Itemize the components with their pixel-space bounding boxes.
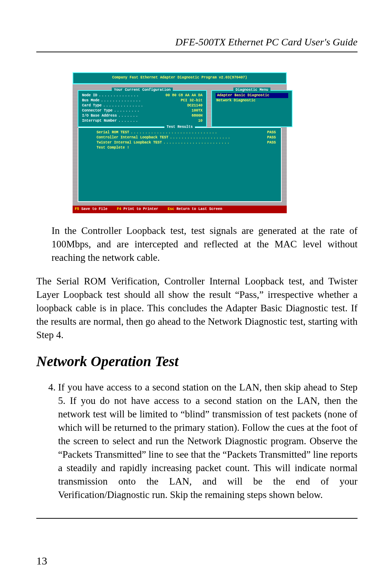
cfg-label: Card Type [82,103,102,108]
hotkey-save[interactable]: F5 Save to File [75,207,107,212]
test-name: Controller Internal Loopback TEST [97,135,168,140]
cfg-label: Interrupt Number [82,118,117,124]
config-box-title: Your Current Configuration [112,88,173,93]
body-paragraph-1: In the Controller Loopback test, test si… [52,224,358,264]
section-heading-network-operation-test: Network Operation Test [36,353,358,370]
test-status: PASS [267,140,276,145]
footer-rule [36,518,358,519]
cfg-label: Node ID [82,93,97,98]
body-paragraph-2: The Serial ROM Verification, Controller … [36,275,358,342]
hotkey-esc[interactable]: Esc Return to Last Screen [168,207,222,212]
test-name: Serial ROM TEST [97,130,129,135]
cfg-value: DC21140 [187,103,203,108]
test-complete: Test Complete ! [97,145,276,150]
test-results-box: Test Results Serial ROM TEST............… [78,128,282,202]
cfg-value: 00 80 C8 AA AA DA [166,93,203,98]
diagnostic-menu-title: Diagnostic Menu [233,88,270,93]
step-4: If you have access to a second station o… [58,381,358,502]
dos-status-bar: F5 Save to File F4 Print to Printer Esc … [73,206,287,213]
cfg-label: Bus Mode [82,98,99,103]
dos-screenshot: Company Fast Ethernet Adapter Diagnostic… [73,72,287,213]
test-status: PASS [267,135,276,140]
menu-item-network[interactable]: Network Diagnostic [216,98,288,103]
hotkey-print[interactable]: F4 Print to Printer [117,207,158,212]
dos-title-bar: Company Fast Ethernet Adapter Diagnostic… [73,72,287,84]
header-rule [36,52,358,52]
cfg-value: 100TX [192,108,203,113]
running-head: DFE-500TX Ethernet PC Card User's Guide [36,36,358,52]
dos-body: Your Current Configuration Node ID......… [73,84,287,206]
step-list: If you have access to a second station o… [36,381,358,502]
config-box: Your Current Configuration Node ID......… [78,90,207,127]
test-status: PASS [267,130,276,135]
page-number: 13 [36,555,47,567]
test-name: Twister Internal Loopback TEST [97,140,162,145]
cfg-label: I/O Base Address [82,113,117,118]
cfg-value: 10 [198,118,203,124]
cfg-label: Connector Type [82,108,113,113]
test-results-title: Test Results [164,125,195,130]
menu-item-adapter-basic[interactable]: Adapter Basic Diagnostic [216,93,288,98]
cfg-value: 6800H [192,113,203,118]
cfg-value: PCI 32-bit [181,98,203,103]
diagnostic-menu-box: Diagnostic Menu Adapter Basic Diagnostic… [211,90,293,127]
